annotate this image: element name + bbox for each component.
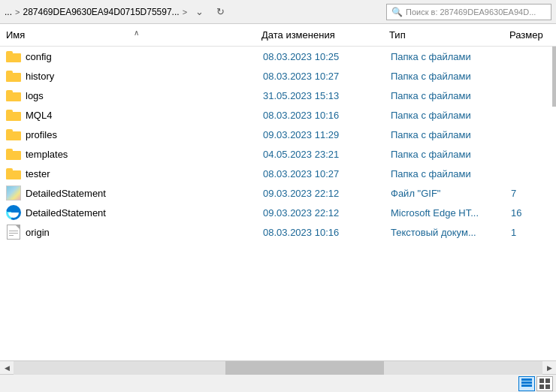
separator-1: > [15,8,20,17]
view-details-button[interactable] [518,376,535,391]
table-row[interactable]: DetailedStatement 09.03.2023 22:12 Файл … [0,183,556,203]
address-bar: ... > 287469DEA9630EA94D0715D75597... > … [0,0,556,24]
table-row[interactable]: origin 08.03.2023 10:16 Текстовый докум.… [0,222,556,242]
view-details-icon [521,378,532,389]
file-date: 08.03.2023 10:16 [263,110,391,121]
file-date: 04.05.2023 23:21 [263,149,391,160]
file-size: 1 [511,227,516,238]
file-size: 7 [511,188,516,199]
folder-icon [6,88,21,103]
sort-arrow-icon: ∧ [134,29,139,37]
folder-icon [6,68,21,83]
file-name: DetailedStatement [26,207,263,219]
file-name: tester [26,168,263,179]
separator-2: > [183,8,187,17]
file-name: templates [26,149,263,160]
file-type: Папка с файлами [391,129,511,140]
col-header-size[interactable]: Размер [509,29,543,41]
refresh-button[interactable]: ↻ [211,3,229,21]
column-headers: ∧ Имя Дата изменения Тип Размер [0,24,556,47]
file-name: history [26,71,263,82]
search-placeholder: Поиск в: 287469DEA9630EA94D... [406,8,536,17]
scroll-right-button[interactable]: ▶ [542,361,556,375]
svg-rect-5 [539,384,544,389]
folder-icon [6,127,21,142]
main-content: ∧ Имя Дата изменения Тип Размер config 0… [0,24,556,360]
col-header-date[interactable]: Дата изменения [261,29,389,41]
file-date: 08.03.2023 10:16 [263,227,391,238]
file-date: 09.03.2023 22:12 [263,207,391,219]
file-date: 08.03.2023 10:27 [263,71,391,82]
table-row[interactable]: logs 31.05.2023 15:13 Папка с файлами [0,86,556,105]
file-type: Microsoft Edge HT... [391,207,511,219]
edge-icon [6,205,21,220]
file-date: 09.03.2023 11:29 [263,129,391,140]
file-date: 08.03.2023 10:27 [263,168,391,179]
file-type: Папка с файлами [391,51,511,62]
view-tiles-icon [539,378,550,389]
file-type: Папка с файлами [391,110,511,121]
table-row[interactable]: DetailedStatement 09.03.2023 22:12 Micro… [0,203,556,222]
file-name: config [26,51,263,62]
svg-rect-0 [521,378,532,381]
text-file-icon [6,225,21,240]
path-prefix: ... [5,7,12,17]
scroll-left-button[interactable]: ◀ [0,361,14,375]
file-type: Текстовый докум... [391,227,511,238]
file-pane: ∧ Имя Дата изменения Тип Размер config 0… [0,24,556,360]
table-row[interactable]: MQL4 08.03.2023 10:16 Папка с файлами [0,105,556,125]
file-type: Папка с файлами [391,149,511,160]
svg-rect-6 [545,384,550,389]
horizontal-scrollbar[interactable]: ◀ ▶ [0,360,556,374]
folder-icon [6,49,21,64]
file-name: origin [26,227,263,238]
svg-rect-4 [545,378,550,383]
file-type: Файл "GIF" [391,188,511,199]
file-name: DetailedStatement [26,188,263,199]
search-icon: 🔍 [391,7,403,17]
status-bar [0,374,556,392]
file-name: logs [26,90,263,101]
file-size: 16 [511,207,521,219]
table-row[interactable]: tester 08.03.2023 10:27 Папка с файлами [0,164,556,183]
file-name: MQL4 [26,110,263,121]
file-date: 31.05.2023 15:13 [263,90,391,101]
table-row[interactable]: templates 04.05.2023 23:21 Папка с файла… [0,144,556,164]
path-main[interactable]: 287469DEA9630EA94D0715D75597... [23,7,179,17]
folder-icon [6,166,21,181]
file-date: 08.03.2023 10:25 [263,51,391,62]
scroll-thumb[interactable] [225,361,384,375]
svg-rect-3 [539,378,544,383]
svg-rect-2 [521,384,532,387]
vertical-drag-handle[interactable] [552,47,556,107]
file-type: Папка с файлами [391,90,511,101]
svg-rect-1 [521,381,532,384]
table-row[interactable]: profiles 09.03.2023 11:29 Папка с файлам… [0,125,556,144]
search-box[interactable]: 🔍 Поиск в: 287469DEA9630EA94D... [386,4,551,20]
table-row[interactable]: history 08.03.2023 10:27 Папка с файлами [0,66,556,86]
gif-icon [6,185,21,201]
view-tiles-button[interactable] [536,376,553,391]
file-name: profiles [26,129,263,140]
file-type: Папка с файлами [391,71,511,82]
folder-icon [6,146,21,161]
file-list: config 08.03.2023 10:25 Папка с файлами … [0,47,556,360]
file-date: 09.03.2023 22:12 [263,188,391,199]
table-row[interactable]: config 08.03.2023 10:25 Папка с файлами [0,47,556,66]
file-type: Папка с файлами [391,168,511,179]
col-header-type[interactable]: Тип [389,29,509,41]
scroll-track[interactable] [14,361,542,375]
dropdown-button[interactable]: ⌄ [190,3,208,21]
folder-icon [6,107,21,122]
